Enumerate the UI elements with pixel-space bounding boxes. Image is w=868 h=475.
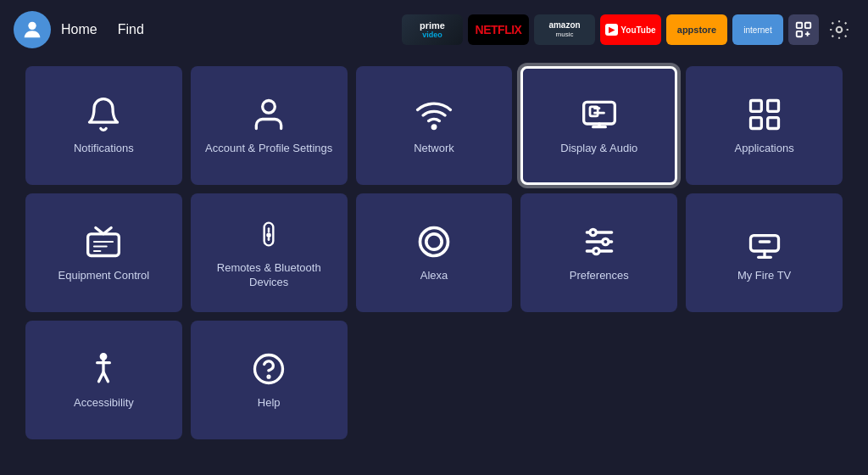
remote-icon bbox=[255, 215, 282, 253]
tile-network-label: Network bbox=[407, 142, 461, 156]
nav-find[interactable]: Find bbox=[118, 22, 144, 37]
svg-point-7 bbox=[263, 100, 275, 113]
svg-rect-1 bbox=[797, 23, 802, 28]
tile-alexa[interactable]: Alexa bbox=[356, 193, 513, 312]
avatar[interactable] bbox=[14, 11, 51, 48]
svg-point-29 bbox=[602, 238, 608, 244]
app-icon-youtube[interactable]: ▶ YouTube bbox=[600, 14, 661, 45]
tile-equipment-label: Equipment Control bbox=[52, 269, 157, 283]
app-icon-settings[interactable] bbox=[824, 14, 854, 45]
user-icon bbox=[250, 96, 287, 133]
tile-alexa-label: Alexa bbox=[414, 269, 455, 283]
alexa-icon bbox=[415, 223, 453, 260]
app-icon-grid[interactable] bbox=[788, 14, 819, 45]
tile-accessibility-label: Accessibility bbox=[67, 396, 141, 411]
tile-remotes-label: Remotes & Bluetooth Devices bbox=[191, 261, 348, 290]
tile-applications-label: Applications bbox=[728, 142, 801, 156]
tile-accessibility[interactable]: Accessibility bbox=[25, 321, 182, 439]
nav-links: Home Find bbox=[61, 22, 144, 37]
tile-notifications-label: Notifications bbox=[67, 142, 141, 156]
tile-equipment-control[interactable]: Equipment Control bbox=[25, 193, 182, 312]
svg-point-21 bbox=[268, 234, 270, 237]
app-icon-netflix[interactable]: NETFLIX bbox=[468, 14, 529, 45]
tile-network[interactable]: Network bbox=[356, 66, 513, 185]
app-icon-internet[interactable]: internet bbox=[732, 14, 783, 45]
tile-my-fire-tv[interactable]: My Fire TV bbox=[686, 193, 843, 312]
svg-rect-2 bbox=[805, 23, 810, 28]
apps-icon bbox=[746, 96, 783, 133]
svg-point-35 bbox=[102, 354, 107, 359]
svg-point-38 bbox=[268, 376, 270, 377]
svg-point-6 bbox=[837, 27, 843, 33]
tv-icon bbox=[85, 223, 122, 260]
sliders-icon bbox=[581, 223, 618, 260]
svg-point-24 bbox=[426, 233, 442, 249]
tiles-container: Notifications Account & Profile Settings bbox=[25, 66, 843, 439]
tile-preferences[interactable]: Preferences bbox=[520, 193, 677, 312]
svg-rect-3 bbox=[797, 31, 802, 36]
bell-icon bbox=[85, 96, 122, 133]
svg-rect-15 bbox=[88, 233, 120, 255]
tile-account-label: Account & Profile Settings bbox=[198, 142, 339, 156]
svg-rect-12 bbox=[767, 100, 778, 111]
fire-tv-icon bbox=[746, 223, 783, 260]
tile-display-audio[interactable]: Display & Audio bbox=[520, 66, 677, 185]
svg-point-0 bbox=[28, 22, 36, 30]
svg-rect-14 bbox=[767, 117, 778, 128]
nav-home[interactable]: Home bbox=[61, 22, 97, 37]
svg-point-30 bbox=[593, 248, 598, 254]
tile-my-fire-tv-label: My Fire TV bbox=[731, 269, 798, 283]
svg-point-28 bbox=[590, 229, 596, 235]
tile-applications[interactable]: Applications bbox=[686, 66, 843, 185]
tile-display-audio-label: Display & Audio bbox=[554, 142, 644, 156]
tile-remotes-bluetooth[interactable]: Remotes & Bluetooth Devices bbox=[191, 193, 348, 312]
svg-rect-11 bbox=[750, 100, 761, 111]
app-icon-prime[interactable]: primevideo bbox=[402, 14, 463, 45]
header: Home Find primevideo NETFLIX amazonmusic… bbox=[0, 0, 868, 59]
svg-point-23 bbox=[420, 227, 448, 255]
tile-preferences-label: Preferences bbox=[563, 269, 636, 283]
tile-help-label: Help bbox=[251, 396, 287, 411]
help-icon bbox=[250, 350, 287, 388]
settings-grid: Notifications Account & Profile Settings bbox=[0, 59, 868, 446]
svg-point-8 bbox=[432, 125, 436, 128]
app-icon-appstore[interactable]: appstore bbox=[666, 14, 727, 45]
svg-rect-13 bbox=[750, 117, 761, 128]
display-icon bbox=[581, 96, 618, 133]
tile-notifications[interactable]: Notifications bbox=[25, 66, 182, 185]
app-icon-amazon-music[interactable]: amazonmusic bbox=[534, 14, 595, 45]
accessibility-icon bbox=[85, 350, 122, 388]
tile-account-profile[interactable]: Account & Profile Settings bbox=[191, 66, 348, 185]
tile-help[interactable]: Help bbox=[191, 321, 348, 439]
wifi-icon bbox=[415, 96, 453, 133]
app-icons-bar: primevideo NETFLIX amazonmusic ▶ YouTube… bbox=[402, 14, 854, 45]
